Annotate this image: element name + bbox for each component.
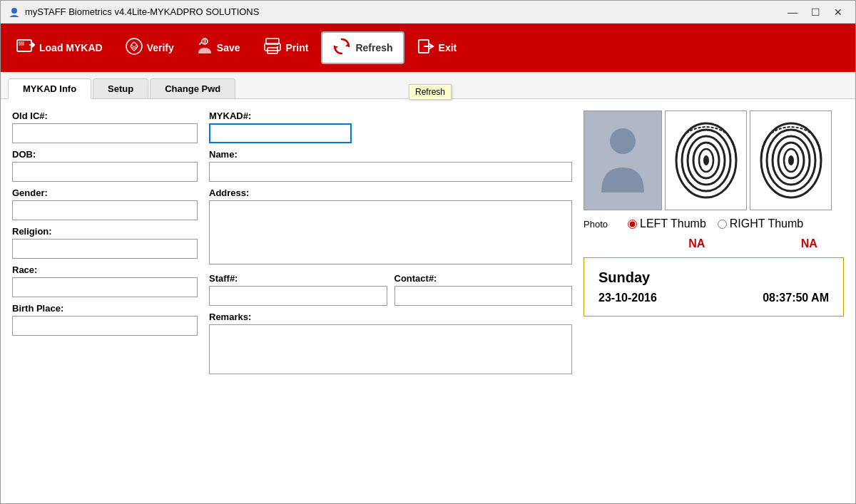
middle-panel: MYKAD#: Name: Address: Staff#: Contact#:…	[209, 110, 572, 493]
tab-setup[interactable]: Setup	[93, 78, 148, 98]
old-ic-label: Old IC#:	[12, 110, 198, 121]
name-group: Name:	[209, 149, 572, 182]
thumb-radio-group: LEFT Thumb RIGHT Thumb	[628, 217, 803, 230]
svg-point-14	[610, 128, 636, 154]
remarks-group: Remarks:	[209, 312, 572, 377]
right-thumb-na: NA	[775, 237, 845, 250]
print-label: Print	[286, 42, 309, 53]
svg-rect-2	[19, 41, 24, 46]
na-row: NA NA	[662, 237, 844, 250]
minimize-button[interactable]: —	[783, 4, 802, 20]
staff-group: Staff#:	[209, 273, 387, 306]
race-group: Race:	[12, 264, 198, 297]
svg-rect-5	[203, 39, 206, 43]
svg-point-9	[276, 46, 277, 48]
old-ic-group: Old IC#:	[12, 110, 198, 143]
gender-group: Gender:	[12, 187, 198, 220]
right-fingerprint-box	[750, 110, 832, 210]
contact-group: Contact#:	[394, 273, 573, 306]
gender-input[interactable]	[12, 200, 198, 220]
old-ic-input[interactable]	[12, 123, 198, 143]
save-icon	[197, 38, 213, 58]
name-input[interactable]	[209, 162, 572, 182]
left-thumb-na: NA	[662, 237, 732, 250]
tab-mykad-info[interactable]: MYKAD Info	[8, 78, 91, 99]
remarks-label: Remarks:	[209, 312, 572, 322]
right-fingerprint-icon	[755, 114, 827, 207]
address-group: Address:	[209, 187, 572, 267]
tab-change-pwd[interactable]: Change Pwd	[150, 78, 235, 98]
save-button[interactable]: Save	[187, 34, 250, 62]
svg-marker-11	[335, 46, 338, 50]
refresh-tooltip: Refresh	[409, 84, 452, 100]
mykad-group: MYKAD#:	[209, 110, 572, 143]
exit-button[interactable]: Exit	[407, 34, 467, 62]
photo-silhouette	[598, 121, 648, 200]
race-label: Race:	[12, 264, 198, 275]
right-thumb-option[interactable]: RIGHT Thumb	[718, 217, 803, 230]
birth-place-group: Birth Place:	[12, 303, 198, 336]
dob-group: DOB:	[12, 149, 198, 182]
dob-label: DOB:	[12, 149, 198, 160]
left-thumb-label: LEFT Thumb	[640, 217, 706, 230]
load-mykad-button[interactable]: Load MYKAD	[6, 34, 113, 62]
refresh-label: Refresh	[355, 42, 392, 53]
exit-icon	[417, 38, 434, 58]
contact-input[interactable]	[394, 286, 573, 306]
right-thumb-radio[interactable]	[718, 220, 727, 229]
biometric-row	[584, 110, 844, 210]
title-bar: mySTAFF Biometrics v4.4Lite-MYKADPRO SOL…	[1, 1, 855, 24]
race-input[interactable]	[12, 277, 198, 297]
refresh-button[interactable]: Refresh	[321, 31, 404, 64]
print-icon	[263, 38, 282, 58]
remarks-input[interactable]	[209, 324, 572, 374]
address-input[interactable]	[209, 200, 572, 264]
date-time-row: 23-10-2016 08:37:50 AM	[598, 292, 829, 304]
verify-icon	[126, 38, 143, 58]
staff-input[interactable]	[209, 286, 387, 306]
photo-box	[584, 110, 662, 210]
exit-label: Exit	[439, 42, 457, 53]
mykad-label: MYKAD#:	[209, 110, 572, 121]
print-button[interactable]: Print	[253, 34, 319, 62]
right-panel: Photo LEFT Thumb RIGHT Thumb NA NA Sunda…	[584, 110, 844, 493]
day-label: Sunday	[598, 269, 829, 286]
left-thumb-radio[interactable]	[628, 220, 637, 229]
staff-contact-row: Staff#: Contact#:	[209, 273, 572, 306]
refresh-icon	[332, 37, 351, 58]
religion-input[interactable]	[12, 239, 198, 259]
svg-marker-10	[345, 43, 349, 46]
svg-point-0	[11, 8, 17, 14]
app-icon	[8, 6, 21, 19]
gender-label: Gender:	[12, 187, 198, 198]
left-fingerprint-icon	[671, 114, 742, 207]
save-label: Save	[217, 42, 240, 53]
dob-input[interactable]	[12, 162, 198, 182]
verify-label: Verify	[147, 42, 174, 53]
load-mykad-icon	[16, 38, 35, 58]
right-thumb-label: RIGHT Thumb	[730, 217, 803, 230]
load-mykad-label: Load MYKAD	[39, 42, 103, 53]
maximize-button[interactable]: ☐	[805, 4, 825, 20]
birth-place-input[interactable]	[12, 316, 198, 336]
main-content: Old IC#: DOB: Gender: Religion: Race: Bi…	[1, 99, 855, 504]
photo-label: Photo	[584, 219, 619, 230]
time-label: 08:37:50 AM	[763, 292, 829, 304]
verify-button[interactable]: Verify	[116, 34, 184, 62]
svg-point-3	[126, 38, 142, 54]
staff-label: Staff#:	[209, 273, 387, 284]
svg-point-20	[703, 155, 709, 165]
birth-place-label: Birth Place:	[12, 303, 198, 314]
religion-label: Religion:	[12, 226, 198, 237]
mykad-input[interactable]	[209, 123, 352, 143]
window-title: mySTAFF Biometrics v4.4Lite-MYKADPRO SOL…	[25, 6, 259, 17]
datetime-box: Sunday 23-10-2016 08:37:50 AM	[584, 257, 844, 317]
photo-thumb-row: Photo LEFT Thumb RIGHT Thumb	[584, 217, 844, 230]
date-label: 23-10-2016	[598, 292, 657, 304]
left-fingerprint-box	[665, 110, 747, 210]
left-panel: Old IC#: DOB: Gender: Religion: Race: Bi…	[12, 110, 198, 493]
address-label: Address:	[209, 187, 572, 198]
religion-group: Religion:	[12, 226, 198, 259]
left-thumb-option[interactable]: LEFT Thumb	[628, 217, 706, 230]
close-button[interactable]: ✕	[828, 4, 848, 20]
